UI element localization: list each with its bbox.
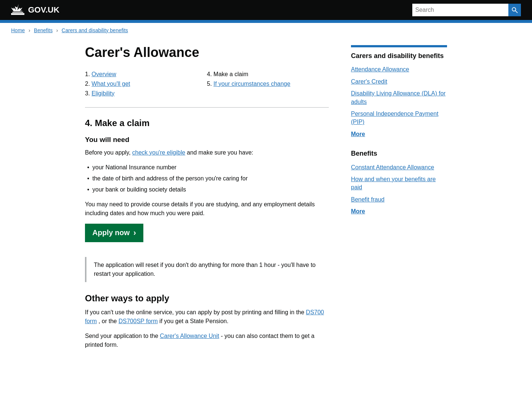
- before-apply-paragraph: Before you apply, check you're eligible …: [85, 148, 329, 157]
- sidebar-link-item-pip: Personal Independence Payment (PIP): [351, 110, 447, 126]
- requirements-list: your National Insurance number the date …: [85, 163, 329, 194]
- sidebar: Carers and disability benefits Attendanc…: [351, 38, 447, 355]
- svg-line-3: [515, 11, 518, 13]
- sidebar-link-item-fraud: Benefit fraud: [351, 196, 447, 204]
- nav-col-1: 1. Overview 2. What you'll get 3. Eligib…: [85, 71, 207, 100]
- search-button[interactable]: [508, 4, 521, 16]
- nav-item-4: 4. Make a claim: [207, 71, 329, 78]
- sidebar-link-item-more-benefits: More: [351, 207, 447, 216]
- section-heading: 4. Make a claim: [85, 118, 329, 128]
- nav-item-1: 1. Overview: [85, 71, 207, 78]
- send-application-paragraph: Send your application to the Carer's All…: [85, 332, 329, 349]
- bullet-item-1: your National Insurance number: [85, 163, 329, 172]
- gov-uk-logo[interactable]: GOV.UK: [11, 4, 59, 16]
- breadcrumb: Home › Benefits › Carers and disability …: [0, 23, 532, 38]
- nav-link-what-youll-get[interactable]: What you'll get: [92, 81, 130, 87]
- search-icon: [511, 7, 518, 13]
- sidebar-link-carers-credit[interactable]: Carer's Credit: [351, 78, 387, 85]
- page-title: Carer's Allowance: [85, 45, 329, 60]
- nav-link-eligibility[interactable]: Eligibility: [92, 90, 115, 96]
- breadcrumb-sep-1: ›: [28, 27, 30, 33]
- breadcrumb-benefits[interactable]: Benefits: [34, 27, 53, 33]
- info-box-text: The application will reset if you don't …: [94, 261, 321, 278]
- apply-now-button[interactable]: Apply now ›: [85, 224, 143, 242]
- main-container: Carer's Allowance 1. Overview 2. What yo…: [74, 38, 458, 355]
- sidebar-link-more-carers[interactable]: More: [351, 131, 365, 137]
- sidebar-blue-bar-1: [351, 45, 447, 47]
- breadcrumb-home[interactable]: Home: [11, 27, 25, 33]
- bullet-item-3: your bank or building society details: [85, 185, 329, 194]
- site-header: GOV.UK: [0, 0, 532, 23]
- sidebar-benefits-section: Benefits Constant Attendance Allowance H…: [351, 149, 447, 216]
- bullet-item-2: the date of birth and address of the per…: [85, 174, 329, 183]
- sidebar-link-item-constant: Constant Attendance Allowance: [351, 163, 447, 172]
- apply-button-label: Apply now: [92, 228, 130, 237]
- apply-arrow-icon: ›: [133, 228, 136, 238]
- content-area: Carer's Allowance 1. Overview 2. What yo…: [85, 38, 329, 355]
- info-box: The application will reset if you don't …: [85, 257, 329, 282]
- sidebar-benefits-links: Constant Attendance Allowance How and wh…: [351, 163, 447, 216]
- breadcrumb-sep-2: ›: [56, 27, 58, 33]
- other-ways-paragraph: If you can't use the online service, you…: [85, 308, 329, 326]
- sidebar-link-item-how-paid: How and when your benefits are paid: [351, 175, 447, 192]
- course-details-text: You may need to provide course details i…: [85, 200, 329, 218]
- sidebar-benefits-heading: Benefits: [351, 149, 447, 158]
- nav-item-5: 5. If your circumstances change: [207, 81, 329, 87]
- search-input[interactable]: [412, 4, 508, 16]
- nav-list-1: 1. Overview 2. What you'll get 3. Eligib…: [85, 71, 207, 97]
- sidebar-link-item-dla: Disability Living Allowance (DLA) for ad…: [351, 89, 447, 106]
- check-eligible-link[interactable]: check you're eligible: [132, 149, 185, 156]
- sidebar-link-how-paid[interactable]: How and when your benefits are paid: [351, 176, 436, 190]
- nav-item-3: 3. Eligibility: [85, 90, 207, 97]
- section-title-text: Make a claim: [95, 118, 150, 128]
- crown-icon: [11, 4, 24, 16]
- svg-point-2: [512, 7, 516, 11]
- sidebar-carers-section: Carers and disability benefits Attendanc…: [351, 45, 447, 138]
- search-form: [412, 4, 521, 16]
- ds700sp-form-link[interactable]: DS700SP form: [119, 318, 158, 324]
- nav-item-2: 2. What you'll get: [85, 81, 207, 87]
- blue-bar: [0, 20, 532, 23]
- svg-rect-1: [11, 13, 24, 15]
- nav-link-circumstances[interactable]: If your circumstances change: [214, 81, 290, 87]
- nav-list-2: 4. Make a claim 5. If your circumstances…: [207, 71, 329, 87]
- sidebar-carers-heading: Carers and disability benefits: [351, 52, 447, 60]
- nav-link-overview[interactable]: Overview: [92, 71, 116, 77]
- divider: [85, 107, 329, 108]
- breadcrumb-carers[interactable]: Carers and disability benefits: [62, 27, 128, 33]
- nav-current: Make a claim: [214, 71, 248, 77]
- sidebar-link-dla[interactable]: Disability Living Allowance (DLA) for ad…: [351, 90, 446, 105]
- nav-col-2: 4. Make a claim 5. If your circumstances…: [207, 71, 329, 100]
- sidebar-link-item-more-carers: More: [351, 130, 447, 138]
- page-nav: 1. Overview 2. What you'll get 3. Eligib…: [85, 71, 329, 100]
- sidebar-link-item-carers-credit: Carer's Credit: [351, 78, 447, 86]
- other-ways-heading: Other ways to apply: [85, 293, 329, 304]
- sidebar-carers-links: Attendance Allowance Carer's Credit Disa…: [351, 65, 447, 138]
- gov-uk-text: GOV.UK: [28, 5, 59, 15]
- svg-rect-0: [12, 12, 23, 13]
- you-will-need-heading: You will need: [85, 136, 329, 144]
- sidebar-link-constant-attendance[interactable]: Constant Attendance Allowance: [351, 164, 434, 170]
- sidebar-link-benefit-fraud[interactable]: Benefit fraud: [351, 196, 385, 203]
- sidebar-link-item-attendance: Attendance Allowance: [351, 65, 447, 74]
- sidebar-link-attendance[interactable]: Attendance Allowance: [351, 66, 409, 72]
- sidebar-link-pip[interactable]: Personal Independence Payment (PIP): [351, 111, 439, 125]
- sidebar-link-more-benefits[interactable]: More: [351, 208, 365, 214]
- carers-allowance-unit-link[interactable]: Carer's Allowance Unit: [160, 333, 219, 339]
